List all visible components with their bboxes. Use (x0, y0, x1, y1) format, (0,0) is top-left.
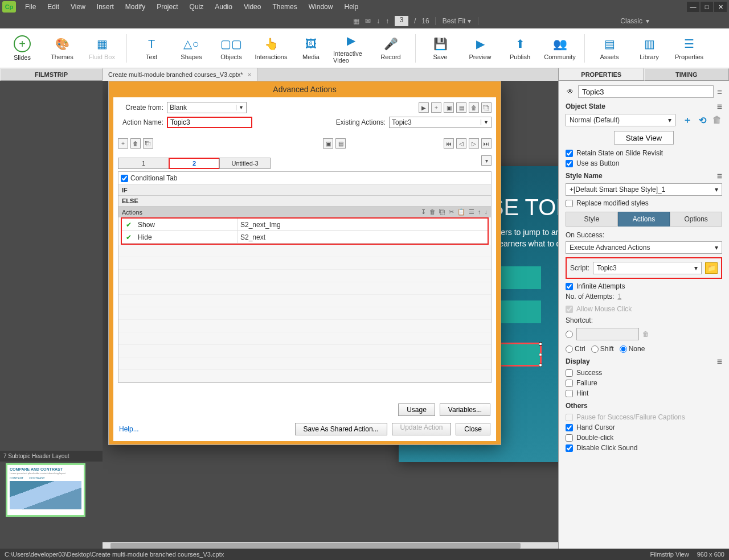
workspace-select[interactable]: Classic ▾ (620, 17, 729, 25)
up-icon[interactable]: ↑ (386, 17, 389, 25)
ribbon-interactions[interactable]: 👆Interactions (253, 31, 289, 65)
visibility-icon[interactable]: 👁 (566, 88, 575, 96)
shortcut-field[interactable] (576, 328, 639, 340)
ribbon-text[interactable]: TText (134, 31, 169, 65)
add-state-icon[interactable]: ＋ (682, 115, 693, 125)
mail-icon[interactable]: ✉ (365, 17, 371, 25)
page-current[interactable]: 3 (395, 16, 408, 26)
usage-button[interactable]: Usage (398, 403, 435, 416)
menu-view[interactable]: View (66, 1, 90, 13)
grid-icon[interactable]: ▦ (353, 17, 359, 25)
paste-row-icon[interactable]: 📋 (457, 208, 465, 216)
menu-icon[interactable]: ☰ (717, 89, 722, 95)
infinite-attempts-checkbox[interactable] (566, 283, 573, 290)
ribbon-themes[interactable]: 🎨Themes (44, 31, 80, 65)
object-name-input[interactable] (578, 85, 714, 98)
menu-help[interactable]: Help (339, 1, 363, 13)
state-select[interactable]: Normal (Default)▾ (566, 114, 675, 126)
ribbon-publish[interactable]: ⬆Publish (502, 31, 538, 65)
variables-button[interactable]: Variables... (440, 403, 490, 416)
ribbon-properties[interactable]: ☰Properties (671, 31, 707, 65)
move-down-icon[interactable]: ↓ (485, 208, 488, 216)
insert-row-icon[interactable]: ↧ (421, 208, 426, 216)
menu-window[interactable]: Window (304, 1, 338, 13)
export-icon[interactable]: ▤ (456, 102, 466, 113)
ribbon-media[interactable]: 🖼Media (293, 31, 329, 65)
ribbon-slides[interactable]: +Slides (5, 31, 40, 65)
existing-actions-select[interactable]: Topic3▼ (389, 117, 492, 128)
ribbon-preview[interactable]: ▶Preview (462, 31, 498, 65)
group-icon[interactable]: ☰ (469, 208, 474, 216)
menu-project[interactable]: Project (152, 1, 182, 13)
document-tab[interactable]: Create multi-module branched courses_V3.… (103, 68, 257, 81)
conditional-checkbox[interactable] (121, 175, 128, 182)
decision-tab-2[interactable]: 2 (169, 158, 220, 169)
more-tabs-icon[interactable]: ▾ (481, 155, 492, 166)
maximize-button[interactable]: □ (701, 2, 713, 12)
preview-icon[interactable]: ▶ (419, 102, 429, 113)
down-icon[interactable]: ↓ (376, 17, 380, 25)
ribbon-record[interactable]: 🎤Record (373, 31, 408, 65)
ribbon-assets[interactable]: ▤Assets (592, 31, 627, 65)
add-decision-icon[interactable]: ＋ (118, 138, 128, 149)
clear-shortcut-icon[interactable]: 🗑 (642, 330, 649, 338)
action-row[interactable]: ✔ Show S2_next_Img (122, 219, 488, 231)
menu-icon[interactable]: ☰ (717, 173, 722, 179)
failure-checkbox[interactable] (566, 380, 573, 387)
delete-icon[interactable]: 🗑 (469, 102, 479, 113)
paste-decision-icon[interactable]: ▤ (335, 138, 346, 149)
use-as-button-checkbox[interactable] (566, 160, 573, 167)
close-dialog-button[interactable]: Close (456, 423, 490, 435)
actions-subtab[interactable]: Actions (618, 212, 670, 227)
save-shared-button[interactable]: Save As Shared Action... (295, 423, 387, 435)
menu-edit[interactable]: Edit (43, 1, 64, 13)
hint-checkbox[interactable] (566, 390, 573, 397)
menu-icon[interactable]: ☰ (717, 359, 722, 365)
minimize-button[interactable]: — (687, 2, 699, 12)
options-subtab[interactable]: Options (670, 212, 722, 227)
next-icon[interactable]: ▷ (469, 138, 479, 149)
disable-sound-checkbox[interactable] (566, 444, 573, 452)
menu-quiz[interactable]: Quiz (185, 1, 208, 13)
close-button[interactable]: ✕ (714, 2, 727, 12)
tab-close-icon[interactable]: × (248, 71, 251, 78)
replace-styles-checkbox[interactable] (566, 200, 573, 207)
delete-state-icon[interactable]: 🗑 (712, 115, 722, 125)
shortcut-radio[interactable] (566, 331, 573, 338)
menu-modify[interactable]: Modify (121, 1, 150, 13)
menu-icon[interactable]: ☰ (717, 104, 722, 110)
state-view-button[interactable]: State View (614, 131, 674, 145)
menu-audio[interactable]: Audio (210, 1, 237, 13)
menu-insert[interactable]: Insert (92, 1, 118, 13)
style-select[interactable]: +[Default Smart Shape Style]_1▾ (566, 183, 722, 196)
zoom-select[interactable]: Best Fit ▾ (435, 17, 478, 25)
horizontal-scrollbar[interactable] (103, 542, 558, 549)
delete-row-icon[interactable]: 🗑 (429, 208, 436, 216)
ribbon-objects[interactable]: ▢▢Objects (214, 31, 249, 65)
duplicate-decision-icon[interactable]: ⿻ (143, 138, 153, 149)
reset-state-icon[interactable]: ⟲ (697, 115, 707, 125)
style-subtab[interactable]: Style (566, 212, 618, 227)
move-up-icon[interactable]: ↑ (478, 208, 481, 216)
retain-state-checkbox[interactable] (566, 150, 573, 157)
menu-themes[interactable]: Themes (268, 1, 301, 13)
ribbon-community[interactable]: 👥Community (542, 31, 578, 65)
on-success-select[interactable]: Execute Advanced Actions▾ (566, 241, 722, 254)
menu-video[interactable]: Video (239, 1, 265, 13)
success-checkbox[interactable] (566, 369, 573, 377)
double-click-checkbox[interactable] (566, 434, 573, 442)
action-name-input[interactable] (167, 117, 252, 128)
slide-thumbnail[interactable]: COMPARE AND CONTRAST Lorem ipsum text pl… (6, 463, 85, 517)
add-icon[interactable]: ＋ (431, 102, 441, 113)
copy-decision-icon[interactable]: ▣ (323, 138, 333, 149)
properties-tab[interactable]: PROPERTIES (559, 68, 644, 81)
hand-cursor-checkbox[interactable] (566, 424, 573, 431)
help-link[interactable]: Help... (119, 425, 139, 433)
script-select[interactable]: Topic3▾ (593, 262, 702, 274)
import-icon[interactable]: ▣ (444, 102, 454, 113)
last-icon[interactable]: ⏭ (481, 138, 492, 149)
timing-tab[interactable]: TIMING (644, 68, 730, 81)
decision-tab-3[interactable]: Untitled-3 (219, 158, 271, 169)
action-row[interactable]: ✔ Hide S2_next (122, 231, 488, 244)
cut-row-icon[interactable]: ✂ (449, 208, 454, 216)
